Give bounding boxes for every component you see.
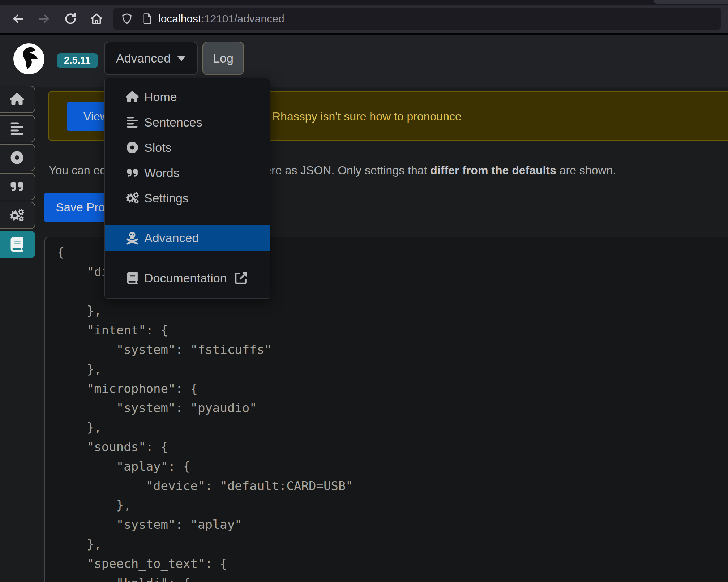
external-link-icon — [235, 272, 247, 284]
intro-text-bold: differ from the defaults — [430, 164, 556, 177]
menu-item-label: Advanced — [144, 231, 199, 245]
sidebar-item-home[interactable] — [0, 86, 35, 113]
version-badge: 2.5.11 — [57, 53, 98, 68]
menu-item-label: Slots — [144, 141, 172, 155]
home-icon[interactable] — [88, 10, 105, 27]
profile-dropdown-button[interactable]: Advanced — [104, 42, 198, 75]
menu-item-label: Sentences — [144, 115, 202, 129]
slots-circle-icon — [125, 141, 140, 154]
profile-dropdown-label: Advanced — [116, 51, 171, 65]
log-button[interactable]: Log — [202, 42, 244, 75]
words-quotes-icon — [10, 179, 24, 194]
sentences-lines-icon — [10, 121, 24, 136]
settings-gears-icon — [9, 208, 25, 223]
log-button-label: Log — [213, 51, 234, 65]
browser-tab-fragment[interactable] — [654, 0, 728, 4]
words-quotes-icon — [125, 167, 140, 179]
navigation-dropdown-menu: Home Sentences Slots Words Settings — [104, 78, 270, 299]
book-icon — [10, 237, 24, 252]
settings-gears-icon — [125, 191, 140, 205]
chevron-down-icon — [177, 56, 186, 61]
menu-divider — [105, 218, 270, 218]
menu-item-label: Documentation — [144, 271, 227, 285]
menu-item-words[interactable]: Words — [105, 160, 270, 185]
browser-top-strip — [0, 0, 728, 5]
menu-item-advanced-selected[interactable]: Advanced — [105, 225, 270, 251]
sidebar-item-words[interactable] — [0, 173, 35, 200]
menu-item-home[interactable]: Home — [105, 84, 270, 110]
menu-item-label: Settings — [144, 191, 189, 205]
home-icon — [125, 90, 140, 103]
menu-item-label: Words — [144, 166, 180, 180]
skull-crossbones-icon — [125, 231, 140, 245]
chrome-separator — [0, 33, 728, 35]
forward-icon[interactable] — [35, 10, 53, 27]
rhasspy-mascot-icon — [13, 43, 44, 74]
sidebar-item-sentences[interactable] — [0, 115, 35, 142]
sidebar-item-advanced-active[interactable] — [0, 231, 35, 258]
menu-item-documentation[interactable]: Documentation — [105, 265, 270, 291]
menu-divider — [105, 258, 270, 258]
page-icon[interactable] — [142, 13, 153, 25]
sidebar-item-slots[interactable] — [0, 144, 35, 171]
back-icon[interactable] — [9, 10, 27, 27]
url-host: localhost — [158, 13, 201, 25]
rhasspy-page: 2.5.11 Advanced Log View Rhasspy isn't s… — [0, 35, 728, 582]
menu-item-label: Home — [144, 90, 177, 104]
menu-item-slots[interactable]: Slots — [105, 135, 270, 160]
menu-item-sentences[interactable]: Sentences — [105, 110, 270, 135]
sentences-lines-icon — [125, 116, 140, 128]
url-text: localhost:12101/advanced — [158, 13, 284, 25]
url-path: :12101/advanced — [201, 13, 284, 25]
browser-toolbar: localhost:12101/advanced — [0, 5, 728, 33]
sidebar-item-settings[interactable] — [0, 202, 35, 229]
url-bar[interactable]: localhost:12101/advanced — [113, 8, 721, 30]
shield-icon[interactable] — [121, 13, 133, 25]
reload-icon[interactable] — [62, 10, 79, 27]
home-icon — [10, 92, 24, 107]
rhasspy-logo[interactable] — [13, 43, 44, 74]
menu-item-settings[interactable]: Settings — [105, 185, 270, 211]
slots-circle-icon — [10, 150, 24, 165]
book-icon — [125, 272, 140, 284]
warning-message: Rhasspy isn't sure how to pronounce — [272, 110, 462, 123]
intro-text-post: are shown. — [556, 164, 616, 177]
